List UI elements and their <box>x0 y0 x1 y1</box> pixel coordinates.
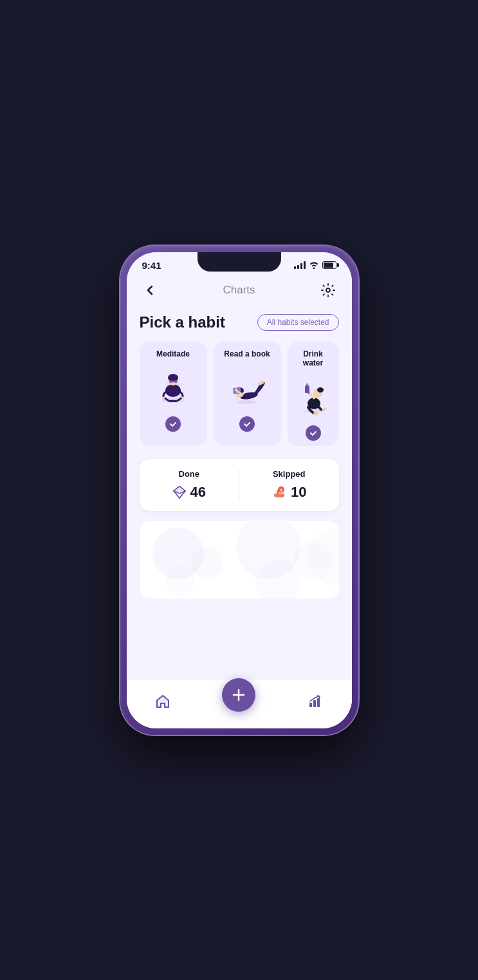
signal-icon <box>294 261 306 269</box>
done-label: Done <box>179 469 200 479</box>
habit-title-read: Read a book <box>224 349 270 358</box>
check-read[interactable] <box>239 416 255 432</box>
svg-point-11 <box>178 383 180 385</box>
pick-habit-header: Pick a habit All habits selected <box>140 313 339 331</box>
skipped-icon: $ <box>271 485 287 500</box>
stat-divider <box>239 469 239 501</box>
water-illustration <box>291 373 336 418</box>
habit-title-water: Drink water <box>293 349 334 367</box>
svg-rect-5 <box>169 380 173 383</box>
done-value-row: 46 <box>172 484 206 501</box>
all-habits-button[interactable]: All habits selected <box>257 314 339 331</box>
svg-rect-38 <box>317 698 320 707</box>
svg-point-23 <box>317 387 324 393</box>
habit-card-meditate[interactable]: Meditade <box>140 342 207 446</box>
phone-screen: 9:41 Charts <box>127 252 352 728</box>
habit-title-meditate: Meditade <box>156 349 190 358</box>
stat-skipped: Skipped $ 10 <box>246 469 333 501</box>
svg-rect-6 <box>174 380 178 383</box>
svg-point-10 <box>166 383 169 385</box>
chart-bubbles <box>140 521 339 598</box>
page-title: Charts <box>223 284 255 297</box>
read-illustration <box>225 364 270 409</box>
svg-rect-24 <box>305 385 309 393</box>
stats-section: Done 46 Skipped <box>140 459 339 511</box>
notch <box>198 252 281 272</box>
add-button[interactable] <box>222 678 255 712</box>
skipped-number: 10 <box>291 484 306 501</box>
svg-point-12 <box>237 400 257 404</box>
check-water[interactable] <box>306 425 321 441</box>
svg-rect-37 <box>313 700 316 707</box>
svg-rect-36 <box>309 703 312 707</box>
habit-card-water[interactable]: Drink water <box>288 342 339 446</box>
wifi-icon <box>309 261 319 269</box>
svg-point-0 <box>326 288 330 292</box>
chart-area <box>140 521 339 598</box>
stat-done: Done 46 <box>146 469 233 501</box>
svg-point-26 <box>308 393 310 394</box>
skipped-value-row: $ 10 <box>271 484 306 501</box>
diamond-icon <box>172 485 187 499</box>
pick-habit-title: Pick a habit <box>140 313 225 331</box>
status-time: 9:41 <box>142 260 161 271</box>
svg-point-2 <box>165 384 181 397</box>
svg-text:$: $ <box>280 488 282 492</box>
settings-button[interactable] <box>318 280 338 300</box>
done-number: 46 <box>190 484 206 501</box>
back-button[interactable] <box>140 280 160 300</box>
status-icons <box>294 261 336 269</box>
check-meditate[interactable] <box>165 416 181 432</box>
bottom-nav <box>127 679 352 728</box>
svg-rect-25 <box>306 384 308 386</box>
skipped-label: Skipped <box>273 469 306 479</box>
charts-nav-button[interactable] <box>302 689 328 714</box>
habit-card-read[interactable]: Read a book <box>214 342 281 446</box>
home-nav-button[interactable] <box>150 689 176 714</box>
habits-row: Meditade <box>140 342 339 446</box>
phone-frame: 9:41 Charts <box>120 246 358 735</box>
nav-bar: Charts <box>127 275 352 307</box>
battery-icon <box>322 261 336 269</box>
meditate-illustration <box>151 364 196 409</box>
main-content: Pick a habit All habits selected Meditad… <box>127 307 352 679</box>
